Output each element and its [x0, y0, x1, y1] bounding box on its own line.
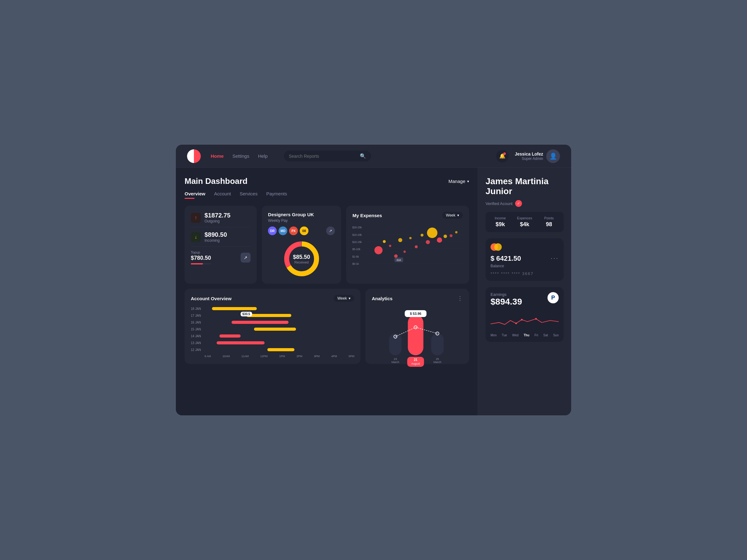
verified-row: Verified Acount ✓: [486, 200, 564, 207]
svg-point-51: [535, 318, 537, 320]
stats-row: Income $9k Expences $4k Points 98: [486, 212, 564, 232]
left-panel: Main Dashboard Manage ▾ Overview Account…: [176, 168, 478, 415]
scatter-chart: $20-25k $15-20k $10-15k $5-10k $1-5k $0-…: [352, 222, 463, 272]
svg-text:$ 53.96: $ 53.96: [410, 312, 421, 316]
earnings-amount: $894.39: [491, 297, 522, 307]
nav-right: 🔔 Jessica Lofez Super Admin 👤: [496, 149, 560, 163]
incoming-label: Incoming: [205, 238, 227, 243]
nav-settings[interactable]: Settings: [232, 153, 249, 159]
finance-card: ↑ $1872.75 Outgoing ↓ $890.50 Incoming: [185, 206, 257, 284]
bar-15jan-yellow: [254, 328, 296, 331]
donut-amount: $85.50: [293, 254, 310, 260]
gantt-row-18jan: 18 JAN: [191, 307, 354, 311]
svg-text:March: March: [391, 361, 399, 364]
tab-account[interactable]: Account: [214, 191, 231, 198]
topup-arrow-button[interactable]: ↗: [240, 252, 251, 263]
analytics-title: Analytics: [371, 296, 392, 301]
card-balance-label: Balance: [491, 264, 559, 268]
outgoing-label: Outgoing: [205, 219, 230, 223]
gantt-row-13jan: 13 JAN: [191, 341, 354, 345]
tab-services[interactable]: Services: [240, 191, 258, 198]
card-circle-right: [494, 243, 502, 251]
verified-badge: ✓: [515, 200, 522, 207]
scatter-svg: $20-25k $15-20k $10-15k $5-10k $1-5k $0-…: [352, 222, 463, 272]
card-section: $ 6421.50 ··· Balance **** **** **** 366…: [486, 238, 564, 281]
manage-chevron-icon: ▾: [467, 179, 469, 184]
svg-point-16: [394, 254, 398, 258]
expenses-title: My Expenses: [352, 213, 382, 218]
week-selector[interactable]: Week ▾: [442, 212, 463, 219]
svg-text:$20-25k: $20-25k: [352, 226, 362, 229]
avatars-arrow-button[interactable]: ↗: [326, 226, 335, 235]
outgoing-amount: $1872.75: [205, 212, 230, 219]
card-balance-row: $ 6421.50 ···: [491, 255, 559, 263]
svg-point-24: [398, 238, 403, 242]
donut-text: $85.50 Received: [293, 254, 310, 264]
bar-12jan-yellow: [267, 348, 294, 351]
topup-row: Topup $780.50 ↗: [191, 250, 251, 264]
day-thu: Thu: [523, 334, 529, 337]
week-chevron-icon: ▾: [457, 213, 459, 217]
incoming-icon: ↓: [191, 232, 201, 242]
bar-17jan-yellow: [247, 314, 291, 317]
day-sun: Sun: [553, 334, 559, 337]
analytics-more-button[interactable]: ⋮: [457, 295, 463, 302]
dashboard-title: Main Dashboard: [185, 177, 248, 186]
expenses-label: Expences: [514, 216, 535, 220]
svg-point-25: [409, 237, 411, 239]
notification-bell[interactable]: 🔔: [496, 150, 509, 162]
paypal-icon: P: [547, 292, 559, 303]
verified-label: Verified Acount: [486, 201, 513, 206]
nav-home[interactable]: Home: [211, 153, 224, 159]
svg-point-19: [426, 240, 430, 244]
search-bar: 🔍: [284, 151, 371, 161]
analytics-svg: $ 53.96 23 March 21: [371, 305, 463, 368]
overview-week-selector[interactable]: Week ▾: [334, 295, 354, 302]
user-role: Super Admin: [515, 157, 543, 161]
income-value: $9k: [489, 221, 511, 228]
overview-chevron-icon: ▾: [349, 296, 351, 300]
card-more-button[interactable]: ···: [550, 255, 559, 262]
earnings-header: Earnings $894.39 P: [491, 292, 559, 311]
user-avatar[interactable]: 👤: [546, 149, 560, 163]
card-amount: $ 6421.50: [491, 255, 521, 263]
svg-point-28: [443, 235, 447, 238]
day-sat: Sat: [543, 334, 548, 337]
svg-text:$0-1k: $0-1k: [352, 262, 359, 265]
svg-text:$1-5k: $1-5k: [352, 255, 359, 258]
gantt-row-16jan: 16 JAN: [191, 320, 354, 324]
svg-text:March: March: [434, 361, 441, 364]
points-label: Points: [538, 216, 560, 220]
bar-16jan-red: [232, 321, 288, 324]
tab-payments[interactable]: Payments: [266, 191, 287, 198]
user-text: Jessica Lofez Super Admin: [515, 152, 543, 161]
topup-bar-fill: [191, 263, 203, 264]
day-tue: Tue: [502, 334, 507, 337]
day-wed: Wed: [512, 334, 518, 337]
notification-dot: [503, 153, 506, 155]
search-input[interactable]: [289, 154, 357, 159]
nav-links: Home Settings Help: [211, 153, 268, 159]
svg-rect-34: [431, 334, 444, 355]
svg-point-17: [404, 250, 406, 252]
svg-point-27: [427, 228, 438, 238]
svg-point-23: [383, 240, 386, 243]
app-container: Home Settings Help 🔍 🔔 Jessica Lofez Sup…: [176, 145, 571, 415]
bar-13jan-red: [216, 341, 264, 344]
overview-title: Account Overview: [191, 296, 232, 301]
gantt-time-labels: 9 AM 10AM 11AM 12PM 1PM 2PM 3PM 4PM 5PM: [191, 355, 354, 358]
divider-2: [191, 246, 251, 247]
stat-income: Income $9k: [489, 216, 511, 228]
analytics-chart: $ 53.96 23 March 21: [371, 305, 463, 355]
tab-overview[interactable]: Overview: [185, 191, 205, 198]
manage-button[interactable]: Manage ▾: [448, 179, 469, 184]
right-panel: James Martinia Junior Verified Acount ✓ …: [478, 168, 571, 415]
stat-expenses: Expences $4k: [514, 216, 535, 228]
nav-help[interactable]: Help: [258, 153, 268, 159]
avatar-px: PX: [289, 226, 298, 235]
overview-header: Account Overview Week ▾: [191, 295, 354, 302]
svg-point-20: [437, 237, 442, 243]
svg-text:August: August: [411, 362, 420, 365]
svg-point-26: [421, 234, 423, 236]
gantt-chart: 18 JAN 17 JAN $30.5: [191, 307, 354, 358]
